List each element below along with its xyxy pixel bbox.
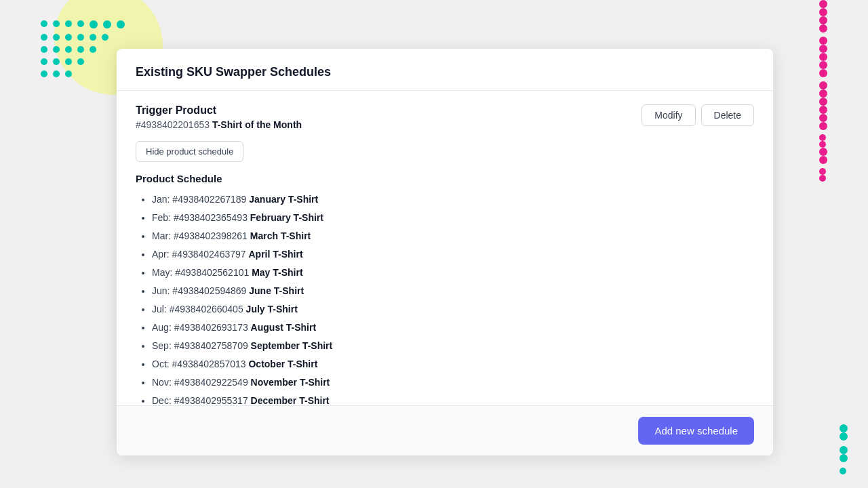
month-label: Feb: [152,212,171,223]
item-name: December T-Shirt [251,395,330,405]
schedule-list-item: Jul: #4938402660405 July T-Shirt [152,302,754,317]
sku-number: #4938402922549 [174,377,248,388]
pink-dots-topright [819,0,827,182]
schedule-list-item: Apr: #4938402463797 April T-Shirt [152,247,754,262]
sku-swapper-modal: Existing SKU Swapper Schedules Trigger P… [117,49,773,455]
schedule-list-item: Jun: #4938402594869 June T-Shirt [152,284,754,298]
schedule-list-item: May: #4938402562101 May T-Shirt [152,266,754,280]
month-label: Jan: [152,194,170,205]
item-name: May T-Shirt [252,267,302,278]
teal-dots-topleft [41,20,125,83]
sku-number: #4938402693173 [174,322,248,333]
sku-number: #4938402955317 [174,395,248,405]
item-name: June T-Shirt [249,285,304,296]
sku-number: #4938402365493 [174,212,248,223]
item-name: March T-Shirt [250,230,311,241]
modal-header: Existing SKU Swapper Schedules [117,49,773,91]
schedule-list-item: Oct: #4938402857013 October T-Shirt [152,357,754,371]
item-name: July T-Shirt [246,304,298,314]
product-schedule-title: Product Schedule [136,173,754,184]
trigger-section: Trigger Product #4938402201653 T-Shirt o… [136,104,754,130]
add-new-schedule-button[interactable]: Add new schedule [638,417,754,445]
trigger-info: Trigger Product #4938402201653 T-Shirt o… [136,104,302,130]
month-label: Sep: [152,340,172,351]
schedule-list-item: Sep: #4938402758709 September T-Shirt [152,339,754,353]
schedule-list: Jan: #4938402267189 January T-ShirtFeb: … [136,192,754,405]
schedule-list-item: Mar: #4938402398261 March T-Shirt [152,229,754,243]
month-label: Aug: [152,322,172,333]
schedule-list-item: Nov: #4938402922549 November T-Shirt [152,375,754,390]
month-label: Nov: [152,377,172,388]
sku-number: #4938402398261 [174,230,248,241]
sku-number: #4938402660405 [170,304,243,314]
item-name: November T-Shirt [251,377,330,388]
item-name: April T-Shirt [248,249,302,260]
item-name: August T-Shirt [251,322,316,333]
month-label: Mar: [152,230,171,241]
schedule-list-item: Jan: #4938402267189 January T-Shirt [152,192,754,207]
month-label: Apr: [152,249,170,260]
schedule-list-item: Feb: #4938402365493 February T-Shirt [152,211,754,225]
hide-schedule-button[interactable]: Hide product schedule [136,141,243,162]
month-label: Oct: [152,359,170,369]
item-name: September T-Shirt [251,340,333,351]
trigger-actions: Modify Delete [642,104,754,126]
delete-button[interactable]: Delete [701,104,754,126]
trigger-product-name: T-Shirt of the Month [212,119,302,130]
sku-number: #4938402857013 [172,359,246,369]
teal-dots-bottomright [840,424,848,474]
trigger-product-id: #4938402201653 T-Shirt of the Month [136,119,302,130]
month-label: Dec: [152,395,172,405]
item-name: October T-Shirt [248,359,317,369]
schedule-list-item: Dec: #4938402955317 December T-Shirt [152,394,754,405]
schedule-list-item: Aug: #4938402693173 August T-Shirt [152,321,754,335]
modal-footer: Add new schedule [117,405,773,455]
item-name: January T-Shirt [249,194,318,205]
sku-number: #4938402463797 [172,249,246,260]
sku-number: #4938402594869 [172,285,246,296]
month-label: Jun: [152,285,170,296]
modal-title: Existing SKU Swapper Schedules [136,65,754,79]
sku-number: #4938402562101 [175,267,249,278]
modal-body: Trigger Product #4938402201653 T-Shirt o… [117,91,773,405]
sku-number: #4938402267189 [172,194,246,205]
month-label: Jul: [152,304,167,314]
trigger-product-label: Trigger Product [136,104,302,117]
sku-number: #4938402758709 [174,340,248,351]
trigger-sku-id: #4938402201653 [136,119,210,130]
item-name: February T-Shirt [250,212,323,223]
month-label: May: [152,267,172,278]
modify-button[interactable]: Modify [642,104,695,126]
